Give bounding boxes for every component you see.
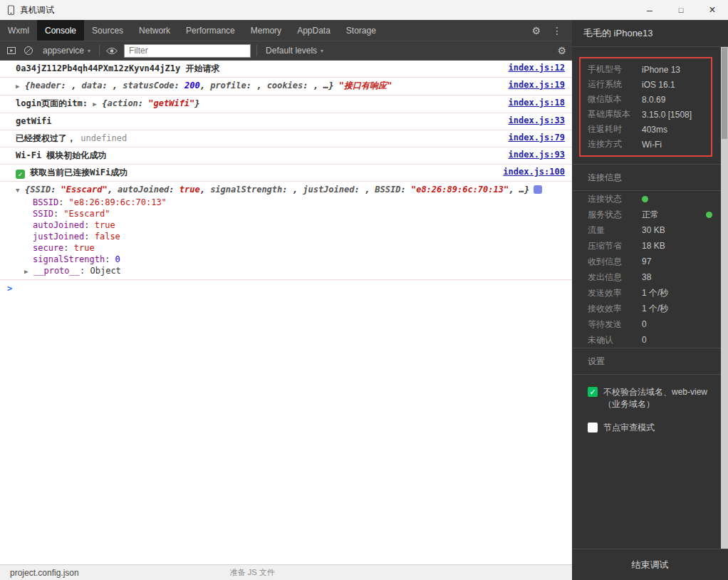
console-token: "e8:26:89:6c:70:13" <box>411 185 509 195</box>
log-levels-select[interactable]: Default levels ▾ <box>263 46 326 56</box>
console-token: 200 <box>184 81 200 90</box>
info-value: 38 <box>642 272 651 282</box>
source-link[interactable]: index.js:33 <box>509 115 565 125</box>
object-property-row: signalStrength: 0 <box>16 254 565 265</box>
console-token: signalStrength <box>33 254 105 264</box>
expand-toggle-icon[interactable]: ▶ <box>93 98 102 110</box>
console-token: cookies <box>267 81 303 90</box>
close-button[interactable]: × <box>697 0 728 20</box>
info-label: 压缩节省 <box>588 240 642 252</box>
checkbox[interactable]: ✓ <box>588 387 598 397</box>
tab-performance[interactable]: Performance <box>178 20 243 41</box>
background-file-name: project.config.json <box>10 568 79 578</box>
window-title: 真机调试 <box>20 4 54 16</box>
console-token: : , <box>102 81 123 90</box>
console-token: : , …} <box>303 81 333 90</box>
console-token: : , <box>246 81 267 90</box>
console-token: : <box>84 232 94 242</box>
info-label: 服务状态 <box>588 209 642 221</box>
console-token: header <box>30 81 61 90</box>
tab-wxml[interactable]: Wxml <box>0 20 37 41</box>
success-check-icon: ✓ <box>16 170 25 179</box>
tab-network[interactable]: Network <box>131 20 178 41</box>
tab-appdata[interactable]: AppData <box>289 20 338 41</box>
console-token: , <box>200 185 210 195</box>
console-sidebar-icon[interactable] <box>6 45 17 56</box>
toolbar-divider <box>256 45 257 56</box>
console-token: : <box>169 185 179 195</box>
console-token: : <box>175 81 184 90</box>
connection-info-row: 服务状态正常 <box>572 207 728 222</box>
tab-console[interactable]: Console <box>37 20 84 41</box>
info-label: 运行系统 <box>588 78 642 90</box>
object-badge-icon[interactable] <box>534 185 542 194</box>
end-debug-button[interactable]: 结束调试 <box>572 549 728 580</box>
source-link[interactable]: index.js:12 <box>509 63 565 73</box>
console-message: getWifiindex.js:33 <box>0 113 572 130</box>
console-token: : <box>105 254 115 264</box>
source-link[interactable]: index.js:93 <box>509 150 565 160</box>
console-token: BSSID <box>33 197 58 207</box>
console-token: true <box>180 185 200 195</box>
console-message: 已经授权过了， undefinedindex.js:79 <box>0 130 572 147</box>
console-token: "Esscard" <box>61 185 108 195</box>
source-link[interactable]: index.js:18 <box>509 98 565 108</box>
tab-memory[interactable]: Memory <box>243 20 289 41</box>
background-ide-statusbar: project.config.json 准备 JS 文件 <box>0 564 572 580</box>
info-value <box>642 196 648 202</box>
console-token: Object <box>90 266 120 276</box>
maximize-button[interactable]: □ <box>665 0 697 20</box>
info-label: 连接状态 <box>588 193 642 205</box>
settings-options: ✓不校验合法域名、web-view（业务域名）节点审查模式 <box>572 375 728 434</box>
console-token: undefined <box>80 133 127 143</box>
source-link[interactable]: index.js:79 <box>509 133 565 143</box>
minimize-button[interactable]: – <box>634 0 665 20</box>
info-label: 手机型号 <box>588 63 642 76</box>
source-link[interactable]: index.js:100 <box>503 167 565 177</box>
console-token: : <box>58 197 68 207</box>
console-token: 已经授权过了， <box>16 133 80 143</box>
console-toolbar: appservice ▾ Default levels ▾ ⚙ <box>0 41 572 61</box>
connection-section-title: 连接信息 <box>572 165 728 190</box>
console-message: 0a34jZ112Pb4qh44PXm12zKyvn44jZ1y 开始请求ind… <box>0 61 572 78</box>
console-token: profile <box>210 81 246 90</box>
info-value: 8.0.69 <box>642 95 665 105</box>
device-panel: 毛毛的 iPhone13 手机型号iPhone 13运行系统iOS 16.1微信… <box>572 20 728 580</box>
connection-info-row: 发出信息38 <box>572 269 728 285</box>
console-prompt[interactable]: > <box>0 280 572 297</box>
tab-storage[interactable]: Storage <box>338 20 384 41</box>
console-token: false <box>95 232 120 242</box>
expand-toggle-icon[interactable]: ▶ <box>16 81 25 93</box>
expand-toggle-icon[interactable]: ▼ <box>16 185 25 197</box>
info-value: Wi-Fi <box>642 140 662 150</box>
main-area: WxmlConsoleSourcesNetworkPerformanceMemo… <box>0 20 728 580</box>
checkbox[interactable] <box>588 423 598 433</box>
scrollbar-thumb[interactable] <box>722 48 727 139</box>
device-panel-content: 手机型号iPhone 13运行系统iOS 16.1微信版本8.0.69基础库版本… <box>572 47 728 549</box>
settings-gear-icon[interactable]: ⚙ <box>531 25 541 36</box>
info-label: 往返耗时 <box>588 123 642 135</box>
device-info-row: 运行系统iOS 16.1 <box>581 77 711 92</box>
expand-toggle-icon[interactable]: ▶ <box>24 266 33 277</box>
execution-context-select[interactable]: appservice ▾ <box>40 46 93 56</box>
console-token: secure <box>33 243 63 253</box>
connection-info-row: 流量30 KB <box>572 222 728 238</box>
chevron-down-icon: ▾ <box>321 48 323 54</box>
object-property-row: justJoined: false <box>16 231 565 242</box>
titlebar: 真机调试 – □ × <box>0 0 728 20</box>
filter-input[interactable] <box>124 44 251 58</box>
console-settings-gear-icon[interactable]: ⚙ <box>557 45 566 56</box>
panel-scrollbar[interactable] <box>721 47 728 549</box>
console-token: login页面的itm: <box>16 98 93 108</box>
tab-sources[interactable]: Sources <box>84 20 131 41</box>
app-icon <box>7 5 15 16</box>
info-value: 97 <box>642 257 651 266</box>
console-token: : , <box>61 81 82 90</box>
console-token: SSID <box>33 209 53 219</box>
clear-console-icon[interactable] <box>23 45 34 56</box>
device-info-row: 连接方式Wi-Fi <box>581 137 711 152</box>
connection-info-row: 等待发送0 <box>572 316 728 332</box>
more-options-kebab-icon[interactable]: ⋮ <box>552 25 562 36</box>
eye-icon[interactable] <box>105 46 118 56</box>
source-link[interactable]: index.js:19 <box>509 80 565 90</box>
